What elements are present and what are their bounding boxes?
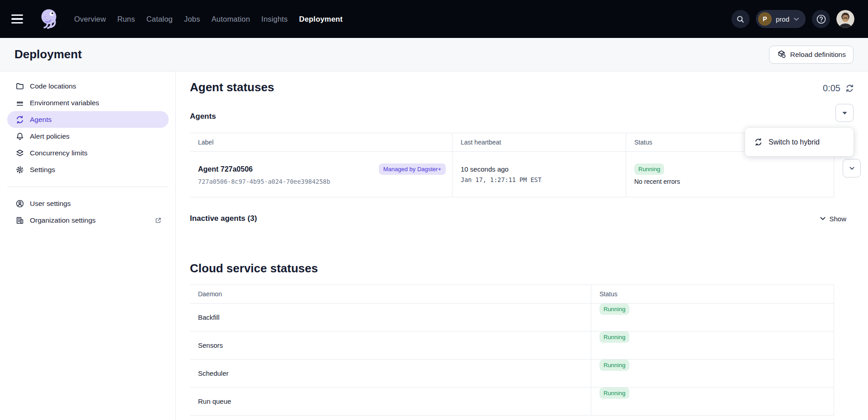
agents-options-menu: Switch to hybrid xyxy=(745,128,854,156)
sidebar-item-label: Settings xyxy=(30,166,55,174)
chevron-down-icon xyxy=(820,216,826,221)
gear-icon xyxy=(15,165,24,174)
dagster-logo[interactable] xyxy=(37,7,60,31)
user-icon xyxy=(15,199,24,208)
nav-link-runs[interactable]: Runs xyxy=(117,15,135,23)
reload-definitions-icon xyxy=(777,50,786,59)
agent-status-note: No recent errors xyxy=(634,178,826,185)
nav-link-overview[interactable]: Overview xyxy=(74,15,106,23)
daemon-status-badge: Running xyxy=(599,359,629,371)
column-header-status: Status xyxy=(591,285,834,303)
agents-options-button[interactable] xyxy=(835,104,854,122)
agent-row: Agent 727a0506 Managed by Dagster+ 727a0… xyxy=(190,152,834,197)
refresh-timer: 0:05 xyxy=(823,83,854,93)
chevron-down-icon xyxy=(849,165,855,172)
building-icon xyxy=(15,216,24,225)
page-header: Deployment Reload definitions xyxy=(0,38,868,71)
daemon-row: Scheduler Running xyxy=(190,359,834,387)
sidebar-item-alert-policies[interactable]: Alert policies xyxy=(7,128,169,145)
sidebar-item-label: Agents xyxy=(30,116,52,124)
sidebar-item-label: Alert policies xyxy=(30,132,70,140)
env-vars-icon xyxy=(15,98,24,107)
agent-name: Agent 727a0506 xyxy=(198,165,253,173)
nav-link-jobs[interactable]: Jobs xyxy=(184,15,200,23)
sidebar-item-label: Environment variables xyxy=(30,99,99,107)
sidebar-item-label: Concurrency limits xyxy=(30,149,87,157)
agents-section-title: Agents xyxy=(190,112,216,121)
sidebar-item-label: Organization settings xyxy=(30,216,96,224)
layers-icon xyxy=(15,149,24,158)
daemon-name: Backfill xyxy=(190,303,591,331)
sidebar-item-code-locations[interactable]: Code locations xyxy=(7,78,169,94)
inactive-agents-show-toggle[interactable]: Show xyxy=(820,215,846,223)
column-header-label: Label xyxy=(190,133,452,151)
daemon-status-badge: Running xyxy=(599,331,629,343)
help-button[interactable] xyxy=(812,10,830,28)
user-avatar[interactable] xyxy=(836,10,854,28)
agent-status-cell: Running No recent errors xyxy=(626,152,834,197)
menu-item-label: Switch to hybrid xyxy=(769,138,820,146)
external-link-icon xyxy=(154,216,162,224)
chevron-down-icon xyxy=(793,17,799,21)
sidebar-item-organization-settings[interactable]: Organization settings xyxy=(7,212,169,229)
agent-id: 727a0506-8c97-4b95-a024-70ee3984258b xyxy=(198,178,444,185)
agents-table-header: Label Last heartbeat Status xyxy=(190,133,834,152)
managed-by-badge: Managed by Dagster+ xyxy=(379,163,446,175)
daemon-row: Run queue Running xyxy=(190,387,834,415)
nav-links: Overview Runs Catalog Jobs Automation In… xyxy=(74,15,343,23)
agent-label-cell: Agent 727a0506 Managed by Dagster+ 727a0… xyxy=(190,152,452,197)
workspace-name: prod xyxy=(776,15,789,23)
agent-icon xyxy=(754,138,763,146)
daemon-name: Sensors xyxy=(190,331,591,359)
sidebar-item-label: User settings xyxy=(30,200,71,208)
help-icon xyxy=(816,14,826,24)
nav-link-insights[interactable]: Insights xyxy=(261,15,288,23)
show-toggle-label: Show xyxy=(829,215,846,223)
hamburger-menu-icon[interactable] xyxy=(11,11,27,27)
sidebar-item-user-settings[interactable]: User settings xyxy=(7,195,169,212)
inactive-agents-label: Inactive agents (3) xyxy=(190,214,257,223)
agent-status-badge: Running xyxy=(634,163,664,175)
sidebar-item-agents[interactable]: Agents xyxy=(7,111,169,128)
agent-heartbeat-cell: 10 seconds ago Jan 17, 1:27:11 PM EST xyxy=(452,152,626,197)
cloud-service-statuses-title: Cloud service statuses xyxy=(190,261,318,275)
nav-link-automation[interactable]: Automation xyxy=(212,15,250,23)
column-header-last-heartbeat: Last heartbeat xyxy=(452,133,626,151)
agent-row-expand-button[interactable] xyxy=(843,159,861,177)
menu-item-switch-to-hybrid[interactable]: Switch to hybrid xyxy=(745,132,854,152)
nav-link-deployment[interactable]: Deployment xyxy=(299,15,343,23)
search-button[interactable] xyxy=(731,10,750,28)
daemon-status-badge: Running xyxy=(599,303,629,315)
inactive-agents-row: Inactive agents (3) Show xyxy=(190,210,846,227)
agents-table: Label Last heartbeat Status Agent 727a05… xyxy=(190,133,834,197)
reload-definitions-button[interactable]: Reload definitions xyxy=(769,46,854,64)
daemon-name: Scheduler xyxy=(190,359,591,387)
column-header-daemon: Daemon xyxy=(190,285,591,303)
refresh-countdown: 0:05 xyxy=(823,83,840,93)
folder-icon xyxy=(15,82,24,91)
nav-link-catalog[interactable]: Catalog xyxy=(146,15,173,23)
workspace-avatar: P xyxy=(758,12,772,26)
sidebar-item-label: Code locations xyxy=(30,82,76,90)
top-nav: Overview Runs Catalog Jobs Automation In… xyxy=(0,0,868,38)
daemon-name: Run queue xyxy=(190,387,591,415)
reload-definitions-label: Reload definitions xyxy=(790,51,846,59)
main-content: Agent statuses 0:05 Agents Label Last he… xyxy=(176,71,868,420)
refresh-icon[interactable] xyxy=(845,84,854,93)
agent-statuses-title: Agent statuses xyxy=(190,80,274,94)
agent-icon xyxy=(15,115,24,124)
daemon-status-badge: Running xyxy=(599,387,629,399)
heartbeat-relative: 10 seconds ago xyxy=(461,165,618,173)
sidebar-item-environment-variables[interactable]: Environment variables xyxy=(7,94,169,111)
daemon-row: Backfill Running xyxy=(190,303,834,331)
sidebar-item-concurrency-limits[interactable]: Concurrency limits xyxy=(7,145,169,161)
page-title: Deployment xyxy=(14,47,82,61)
deployment-sidebar: Code locations Environment variables Age… xyxy=(0,71,176,420)
workspace-switcher[interactable]: P prod xyxy=(756,10,806,28)
daemon-row: Sensors Running xyxy=(190,331,834,359)
sidebar-item-settings[interactable]: Settings xyxy=(7,161,169,178)
sidebar-divider xyxy=(7,187,169,187)
search-icon xyxy=(736,15,745,23)
caret-down-icon xyxy=(842,112,847,115)
heartbeat-timestamp: Jan 17, 1:27:11 PM EST xyxy=(461,176,618,183)
